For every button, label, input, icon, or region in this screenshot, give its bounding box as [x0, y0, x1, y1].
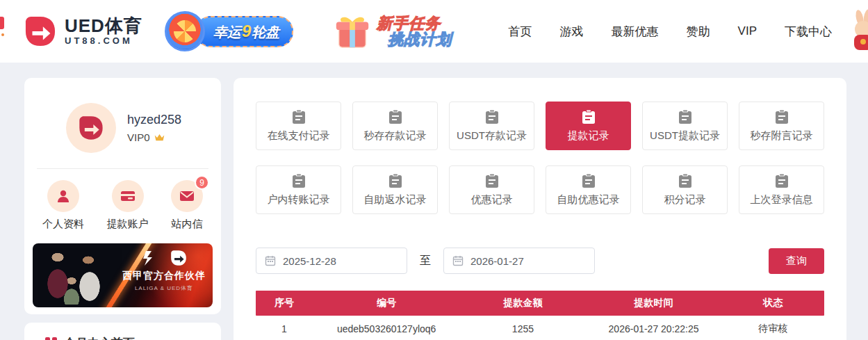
- tab-label: USDT提款记录: [650, 129, 720, 143]
- clipboard-icon: [485, 109, 499, 124]
- clipboard-icon: [775, 173, 789, 188]
- clipboard-icon: [678, 173, 692, 188]
- laliga-logo-icon: [140, 249, 158, 267]
- date-from-value: 2025-12-28: [283, 255, 336, 267]
- search-button[interactable]: 查询: [769, 248, 824, 274]
- cell-id: uedeb503260127yloq6: [313, 323, 461, 334]
- calendar-icon: [265, 255, 276, 266]
- tab-internal-transfer-records[interactable]: 户内转账记录: [256, 165, 341, 214]
- crown-icon: [154, 133, 165, 143]
- date-filter-row: 2025-12-28 至 2026-01-27 查询: [256, 248, 824, 274]
- date-to-input[interactable]: 2026-01-27: [443, 248, 595, 274]
- mail-icon: [178, 187, 196, 205]
- logo-title: UED体育: [65, 17, 142, 35]
- tab-label: 户内转账记录: [268, 193, 330, 207]
- banner-title: 西甲官方合作伙伴: [122, 270, 206, 282]
- records-panel: 在线支付记录 秒存存款记录 USDT存款记录 提款记录 USDT提款记录 秒存附…: [234, 78, 846, 340]
- top-header: UED体育 UT88.COM 幸运9轮盘 新手任务 挑战计划 首页 游戏 最新优…: [0, 0, 868, 63]
- clipboard-icon: [292, 109, 306, 124]
- nav-promotions[interactable]: 最新优惠: [612, 24, 659, 40]
- tab-label: 积分记录: [664, 193, 706, 207]
- promo-task-line2: 挑战计划: [388, 31, 452, 47]
- laliga-partner-banner[interactable]: 西甲官方合作伙伴 LALIGA & UED体育: [33, 243, 213, 307]
- logo-arrow-icon: [24, 15, 56, 47]
- col-index: 序号: [256, 297, 313, 309]
- cell-time: 2026-01-27 20:22:25: [585, 323, 721, 334]
- tab-last-login-info[interactable]: 上次登录信息: [739, 165, 824, 214]
- red-grid-icon: [45, 337, 57, 340]
- username: hyzed258: [127, 113, 181, 127]
- banner-subtitle: LALIGA & UED体育: [122, 284, 206, 292]
- avatar[interactable]: [66, 103, 116, 153]
- mascot-icon[interactable]: [846, 8, 868, 54]
- col-amount: 提款金额: [460, 297, 585, 309]
- quick-link-label: 提款账户: [107, 218, 149, 231]
- date-separator: 至: [420, 254, 431, 268]
- tab-withdraw-records[interactable]: 提款记录: [546, 102, 631, 150]
- member-center-title: 会员中心首页: [64, 335, 135, 340]
- col-status: 状态: [722, 297, 824, 309]
- site-logo[interactable]: UED体育 UT88.COM: [24, 15, 142, 47]
- tab-label: 自助优惠记录: [557, 193, 620, 207]
- tab-label: 秒存存款记录: [364, 129, 427, 143]
- clipboard-icon: [582, 109, 596, 124]
- cell-status: 待审核: [722, 323, 824, 335]
- record-tabs: 在线支付记录 秒存存款记录 USDT存款记录 提款记录 USDT提款记录 秒存附…: [256, 102, 824, 214]
- clipboard-icon: [485, 173, 499, 188]
- sidebar-user-card: hyzed258 VIP0 个人资料: [24, 78, 221, 314]
- tab-label: 自助返水记录: [364, 193, 427, 207]
- players-image: [38, 248, 122, 305]
- floating-dot: [1, 33, 4, 36]
- promo-roulette-number: 9: [241, 22, 252, 40]
- date-to-value: 2026-01-27: [470, 255, 524, 267]
- tab-self-promo-records[interactable]: 自助优惠记录: [546, 165, 631, 214]
- sidebar-item-profile[interactable]: 个人资料: [42, 180, 84, 231]
- clipboard-icon: [388, 173, 402, 188]
- newbie-task-banner[interactable]: 新手任务 挑战计划: [332, 11, 452, 51]
- lucky-roulette-banner[interactable]: 幸运9轮盘: [165, 7, 293, 56]
- clipboard-icon: [388, 109, 402, 124]
- withdraw-records-table: 序号 编号 提款金额 提款时间 状态 1 uedeb503260127yloq6…: [256, 291, 824, 340]
- col-id: 编号: [313, 297, 461, 309]
- tab-online-payment-records[interactable]: 在线支付记录: [256, 102, 341, 150]
- tab-label: 提款记录: [568, 129, 609, 143]
- promo-task-line1: 新手任务: [377, 15, 452, 31]
- col-time: 提款时间: [585, 297, 721, 309]
- nav-games[interactable]: 游戏: [560, 24, 584, 40]
- cell-amount: 1255: [460, 323, 585, 334]
- clipboard-icon: [775, 109, 789, 124]
- tab-points-records[interactable]: 积分记录: [642, 165, 728, 214]
- tab-label: 秒存附言记录: [751, 129, 813, 143]
- quick-links: 个人资料 提款账户 9 站内信: [24, 169, 221, 231]
- avatar-arrow-icon: [77, 114, 105, 142]
- roulette-wheel-icon: [165, 11, 205, 51]
- nav-home[interactable]: 首页: [509, 24, 532, 40]
- tab-usdt-withdraw-records[interactable]: USDT提款记录: [642, 102, 728, 150]
- cell-index: 1: [256, 323, 313, 334]
- sidebar-item-withdraw-account[interactable]: 提款账户: [107, 180, 149, 231]
- clipboard-icon: [582, 173, 596, 188]
- main-nav: 首页 游戏 最新优惠 赞助 VIP 下载中心: [509, 24, 868, 40]
- ued-logo-icon: [170, 249, 188, 267]
- quick-link-label: 个人资料: [42, 218, 84, 231]
- tab-self-rebate-records[interactable]: 自助返水记录: [352, 165, 438, 214]
- tab-quick-deposit-memo-records[interactable]: 秒存附言记录: [739, 102, 824, 150]
- nav-vip[interactable]: VIP: [738, 24, 757, 38]
- promo-roulette-text2: 轮盘: [252, 24, 279, 40]
- tab-quick-deposit-records[interactable]: 秒存存款记录: [352, 102, 438, 150]
- sidebar-item-messages[interactable]: 9 站内信: [171, 180, 203, 231]
- logo-subtitle: UT88.COM: [65, 35, 142, 46]
- nav-sponsor[interactable]: 赞助: [687, 24, 710, 40]
- nav-download[interactable]: 下载中心: [785, 24, 832, 40]
- floating-widget[interactable]: [0, 17, 4, 29]
- person-icon: [55, 188, 72, 204]
- tab-usdt-deposit-records[interactable]: USDT存款记录: [449, 102, 534, 150]
- table-header: 序号 编号 提款金额 提款时间 状态: [256, 291, 824, 316]
- clipboard-icon: [678, 109, 692, 124]
- promo-roulette-text: 幸运: [213, 24, 241, 40]
- tab-promo-records[interactable]: 优惠记录: [449, 165, 534, 214]
- tab-label: 上次登录信息: [751, 193, 813, 207]
- date-from-input[interactable]: 2025-12-28: [256, 248, 407, 274]
- member-center-card: 会员中心首页: [24, 323, 221, 340]
- bank-card-icon: [119, 187, 137, 205]
